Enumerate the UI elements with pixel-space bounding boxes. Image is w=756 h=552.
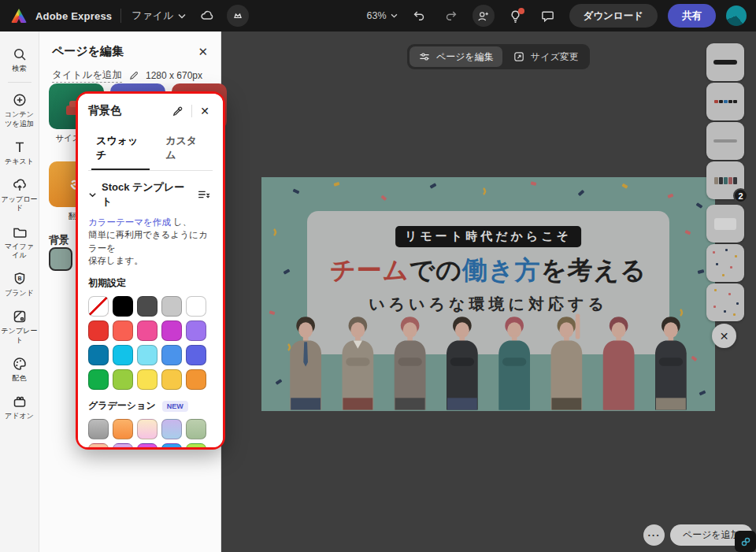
sidebar-item-my-files[interactable]: マイファイル xyxy=(0,219,39,266)
sidebar-item-upload[interactable]: アップロード xyxy=(0,172,39,219)
app-title: Adobe Express xyxy=(35,10,112,22)
layer-thumbnail-confetti[interactable] xyxy=(706,244,744,282)
sidebar-item-text[interactable]: テキスト xyxy=(0,134,39,172)
link-tool-icon[interactable] xyxy=(735,531,756,552)
color-swatch[interactable] xyxy=(186,320,206,341)
eyedropper-icon[interactable] xyxy=(168,102,187,120)
cloud-sync-icon[interactable] xyxy=(196,5,218,27)
share-button[interactable]: 共有 xyxy=(668,4,716,28)
sidebar-item-add-ons[interactable]: アドオン xyxy=(0,388,39,426)
gradient-swatch[interactable] xyxy=(113,443,133,447)
brand-shield-icon: B xyxy=(12,271,28,287)
tab-swatches[interactable]: スウォッチ xyxy=(91,128,150,170)
suggestions-bulb-icon[interactable] xyxy=(505,5,527,27)
page-size-value: 1280 x 670px xyxy=(146,70,202,81)
gradient-swatch[interactable] xyxy=(137,419,158,439)
filter-sort-icon[interactable] xyxy=(194,185,213,204)
gradient-swatch[interactable] xyxy=(113,419,133,439)
invite-people-icon[interactable] xyxy=(472,5,495,27)
color-swatch[interactable] xyxy=(186,369,206,390)
selection-count-badge: 2 xyxy=(733,188,748,203)
color-swatch[interactable] xyxy=(161,345,182,365)
color-swatch[interactable] xyxy=(88,369,109,390)
design-page[interactable]: リモート時代だからこそ チームでの働き方を考える いろいろな環境に対応する xyxy=(261,177,715,411)
sidebar-item-templates[interactable]: テンプレート xyxy=(0,303,39,350)
background-color-swatch[interactable] xyxy=(49,247,72,271)
color-swatch[interactable] xyxy=(113,320,133,341)
zoom-control[interactable]: 63% xyxy=(367,10,398,21)
layer-thumbnail-confetti[interactable] xyxy=(706,283,744,321)
color-swatch[interactable] xyxy=(137,369,158,390)
panel-title: ページを編集 xyxy=(52,44,124,59)
more-options-button[interactable]: ··· xyxy=(643,524,665,546)
color-swatch[interactable] xyxy=(137,320,158,341)
layer-thumbnail-title[interactable] xyxy=(706,83,744,120)
avatar[interactable] xyxy=(726,6,747,26)
zoom-level: 63% xyxy=(367,10,387,21)
folder-icon xyxy=(12,224,28,240)
create-color-theme-link[interactable]: カラーテーマを作成 xyxy=(88,217,171,227)
sidebar-item-brand[interactable]: B ブランド xyxy=(0,265,39,303)
sidebar-item-search[interactable]: 検索 xyxy=(0,41,39,79)
color-swatch[interactable] xyxy=(137,345,158,365)
color-swatch[interactable] xyxy=(113,369,133,390)
tab-custom[interactable]: カスタム xyxy=(161,128,209,170)
dialog-close-icon[interactable]: ✕ xyxy=(197,103,213,119)
search-icon xyxy=(12,46,28,62)
dialog-tabs: スウォッチ カスタム xyxy=(88,128,213,171)
chevron-down-icon[interactable] xyxy=(88,191,97,199)
gradient-swatch[interactable] xyxy=(161,419,182,439)
notification-dot xyxy=(518,8,524,14)
edit-page-toolbar-button[interactable]: ページを編集 xyxy=(410,46,502,67)
gradient-swatches-grid xyxy=(88,419,213,447)
layer-thumbnail-badge-text[interactable] xyxy=(706,43,744,81)
redo-icon[interactable] xyxy=(440,5,462,27)
chevron-down-icon xyxy=(391,13,398,18)
divider xyxy=(8,82,32,83)
undo-icon[interactable] xyxy=(408,5,430,27)
layer-thumbnail-card[interactable] xyxy=(706,205,744,243)
color-swatch[interactable] xyxy=(186,345,206,365)
file-menu[interactable]: ファイル xyxy=(130,6,187,26)
color-swatch[interactable] xyxy=(88,345,109,365)
add-title-field[interactable]: タイトルを追加 xyxy=(52,69,122,83)
sidebar-item-label: 配色 xyxy=(13,374,27,383)
layer-thumbnail-subtitle[interactable] xyxy=(706,122,744,160)
color-swatch[interactable] xyxy=(161,369,182,390)
color-swatch[interactable] xyxy=(161,296,182,317)
canvas-area: ページを編集 サイズ変更 xyxy=(221,31,756,552)
color-swatch[interactable] xyxy=(161,320,182,341)
resize-toolbar-button[interactable]: サイズ変更 xyxy=(504,46,587,67)
comments-icon[interactable] xyxy=(537,5,559,27)
color-swatch[interactable] xyxy=(186,296,206,317)
color-swatch[interactable] xyxy=(113,296,133,317)
resize-label: サイズ変更 xyxy=(531,50,579,64)
mini-card-preview xyxy=(714,218,736,230)
close-strip-button[interactable]: ✕ xyxy=(712,324,736,348)
design-title-part: での xyxy=(410,256,463,284)
premium-crest-icon[interactable] xyxy=(227,5,249,27)
mini-confetti-preview xyxy=(706,244,744,282)
gradient-swatch[interactable] xyxy=(88,443,109,447)
color-swatch-none[interactable] xyxy=(88,296,109,317)
gradient-swatch[interactable] xyxy=(88,419,109,439)
svg-text:B: B xyxy=(17,276,21,281)
color-swatch[interactable] xyxy=(137,296,158,317)
sidebar-item-add-content[interactable]: コンテンツを追加 xyxy=(0,87,39,134)
mini-people-preview xyxy=(714,177,737,184)
color-swatch[interactable] xyxy=(88,320,109,341)
gradient-swatch[interactable] xyxy=(186,419,206,439)
gradient-swatch[interactable] xyxy=(137,443,158,447)
design-title: チームでの働き方を考える xyxy=(330,254,647,288)
color-swatch[interactable] xyxy=(113,345,133,365)
gradient-swatch[interactable] xyxy=(161,443,182,447)
download-button[interactable]: ダウンロード xyxy=(569,4,658,28)
panel-close-icon[interactable]: ✕ xyxy=(198,46,208,57)
annotation-highlight: 背景色 ✕ スウォッチ カスタム Stock テンプレート カラーテーマを作成 … xyxy=(76,91,225,450)
gradient-swatch[interactable] xyxy=(186,443,206,447)
default-swatches-grid xyxy=(88,296,213,390)
sidebar-item-color-scheme[interactable]: 配色 xyxy=(0,350,39,388)
layer-thumbnail-people[interactable]: 2 xyxy=(706,161,744,199)
pencil-icon[interactable] xyxy=(128,70,139,81)
stock-template-section-label[interactable]: Stock テンプレート xyxy=(102,180,189,209)
